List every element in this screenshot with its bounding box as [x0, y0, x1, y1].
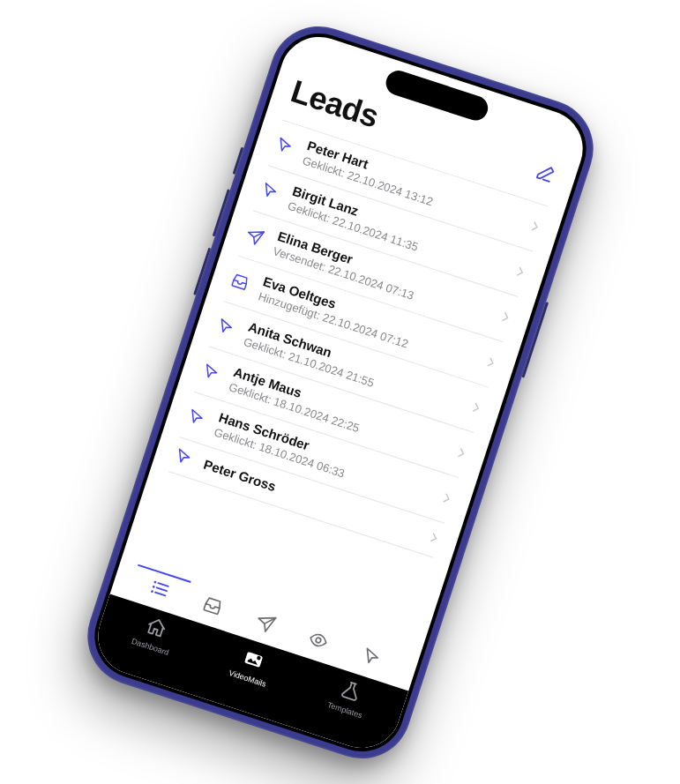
cursor-icon — [272, 133, 296, 158]
list-icon — [146, 576, 171, 604]
screen: Leads Peter HartGeklickt: 22.10.2024 13:… — [87, 26, 592, 758]
chevron-right-icon — [485, 354, 498, 371]
chevron-right-icon — [529, 218, 542, 235]
chevron-right-icon — [470, 399, 483, 417]
send-icon — [251, 610, 277, 638]
lead-list: Peter HartGeklickt: 22.10.2024 13:12Birg… — [139, 119, 547, 645]
flask-icon — [336, 677, 363, 707]
send-icon — [243, 223, 267, 248]
inbox-icon — [198, 594, 224, 622]
cursor-icon — [213, 314, 237, 339]
cursor-icon — [183, 405, 208, 429]
chevron-right-icon — [441, 489, 454, 507]
compose-button[interactable] — [529, 157, 560, 188]
chevron-right-icon — [455, 444, 468, 462]
cursor-icon — [198, 360, 223, 385]
side-button — [232, 146, 243, 174]
chevron-right-icon — [514, 264, 527, 281]
compose-icon — [533, 161, 557, 185]
eye-icon — [305, 628, 331, 656]
cursor-icon — [170, 444, 195, 469]
chevron-right-icon — [499, 309, 512, 326]
phone-frame: Leads Peter HartGeklickt: 22.10.2024 13:… — [74, 13, 605, 771]
chevron-right-icon — [428, 530, 441, 548]
home-icon — [142, 614, 169, 644]
inbox-icon — [228, 269, 252, 294]
cursor-icon — [358, 645, 384, 673]
cursor-icon — [257, 178, 281, 203]
video-icon — [239, 646, 266, 676]
